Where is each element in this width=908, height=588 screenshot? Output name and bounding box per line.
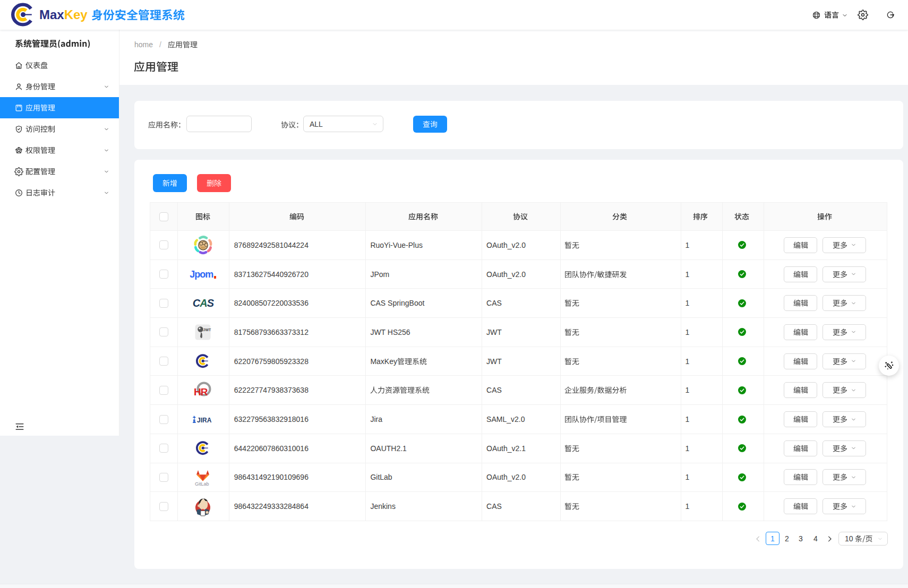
svg-text:JWT: JWT [203, 328, 212, 332]
svg-text:JIRA: JIRA [197, 417, 212, 424]
svg-text:GitLab: GitLab [195, 481, 209, 487]
svg-text:HR: HR [194, 386, 208, 397]
